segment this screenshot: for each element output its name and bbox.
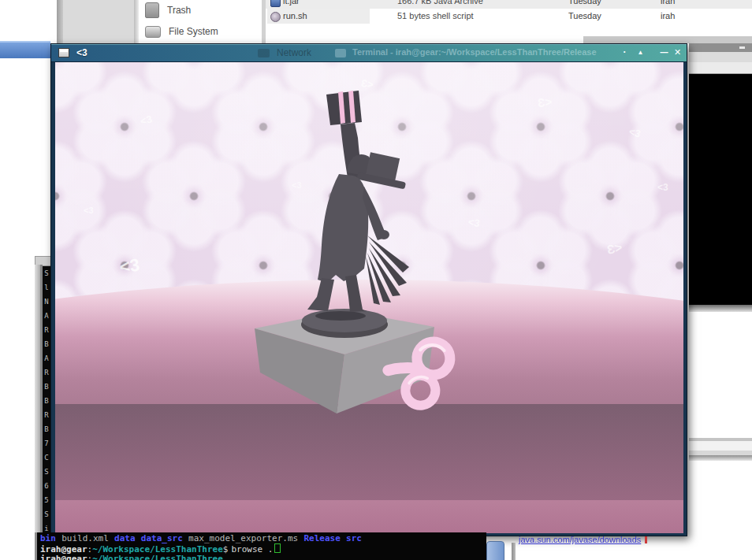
right-window-toolbar2: [689, 62, 752, 74]
sidebar-item-label: Trash: [167, 5, 191, 16]
background-terminal-frame: [35, 265, 40, 544]
file-owner: irah: [661, 0, 675, 6]
terminal-ls-output: binbuild.xmldatadata_srcmax_model_export…: [40, 534, 486, 543]
statue-torso: [318, 174, 368, 283]
drive-icon: [145, 26, 161, 38]
scrollbar-fragment: [512, 543, 516, 560]
network-icon-ghost: [258, 49, 270, 57]
window-menu-button[interactable]: ·: [619, 46, 631, 58]
table-row[interactable]: run.sh 51 bytes shell script Tuesday ira…: [266, 9, 752, 24]
shade-button[interactable]: ▲: [635, 46, 646, 58]
terminal-text-sliver: SlNARBARBBRB7CS65Sir: [43, 266, 50, 542]
table-row[interactable]: lt.jar 166.7 kB Java Archive Tuesday ira…: [266, 0, 752, 9]
shell-script-icon: [270, 12, 281, 22]
trash-icon: [145, 2, 159, 18]
prompt-user: irah@gear: [40, 554, 87, 560]
close-button[interactable]: ✕: [672, 46, 683, 58]
minimize-button[interactable]: —: [658, 46, 670, 58]
prompt-path: ~/Workspace/LessThanThree: [92, 554, 223, 560]
file-manager-panel: [63, 0, 134, 43]
window-title: <3: [76, 47, 87, 58]
java-archive-icon: [270, 0, 281, 7]
background-window-edge: [583, 36, 752, 43]
sidebar-item-trash[interactable]: Trash: [145, 2, 191, 19]
right-window-shadow: [689, 305, 752, 312]
statue-front-leg: [307, 278, 334, 311]
right-window-control: [739, 46, 745, 49]
prompt-symbol: $: [223, 544, 229, 554]
terminal-icon-ghost: [335, 49, 346, 57]
dir-entry: data_src: [141, 533, 183, 543]
window-menu-icon[interactable]: [58, 48, 69, 57]
file-manager-window-edge: [57, 0, 63, 43]
dir-entry: bin: [40, 533, 56, 543]
typed-command: browse .: [231, 544, 273, 554]
background-window-titlebar: [0, 41, 50, 58]
statue-hand: [378, 230, 389, 239]
file-type: 51 bytes shell script: [397, 11, 474, 20]
file-type: 166.7 kB Java Archive: [397, 0, 483, 6]
browser-hyperlink[interactable]: java.sun.com/javase/downloads: [519, 535, 641, 544]
background-terminal-content: SlNARBARBBRB7CS65Sir: [43, 266, 50, 542]
statue-silhouette: [307, 91, 411, 312]
link-cursor-mark: [645, 536, 647, 543]
terminal-title-ghost: Terminal - irah@gear:~/Workspace/LessTha…: [352, 47, 597, 57]
dir-entry: Release: [303, 533, 340, 543]
file-name: lt.jar: [283, 0, 300, 6]
file-entry: build.xml: [61, 533, 109, 543]
file-date: Tuesday: [568, 0, 601, 6]
file-manager-sidebar: Trash File System: [139, 0, 262, 43]
file-name: run.sh: [283, 11, 307, 20]
scene-3d: [55, 62, 683, 533]
file-entry: max_model_exporter.ms: [188, 533, 298, 543]
statue-foot-shadow: [315, 311, 366, 321]
file-date: Tuesday: [568, 11, 601, 20]
game-viewport[interactable]: <3 Ɛ> Ɛ> <3 <3 <3 <3 Ɛ> Ɛ> <3 <3 <3: [55, 61, 683, 533]
right-window-statusbar: [689, 441, 752, 451]
sidebar-item-file-system[interactable]: File System: [145, 23, 218, 40]
file-owner: irah: [661, 11, 675, 20]
right-window-toolbar: [689, 52, 752, 62]
terminal-clipped-line: irah@gear:~/Workspace/LessThanThree: [40, 554, 486, 560]
dir-entry: data: [114, 533, 136, 543]
game-window: <3 Network Terminal - irah@gear:~/Worksp…: [50, 43, 687, 536]
sidebar-item-label: File System: [169, 26, 218, 37]
sidebar-item-network-ghost: Network: [277, 47, 311, 58]
right-window-shadow: [689, 455, 752, 461]
game-window-titlebar[interactable]: <3 Network Terminal - irah@gear:~/Worksp…: [51, 44, 687, 62]
terminal-prompt-line[interactable]: irah@gear:~/Workspace/LessThanThree$brow…: [40, 543, 486, 554]
right-window-content: [689, 74, 752, 305]
taskbar-button-fragment[interactable]: [486, 541, 504, 560]
feather-bouquet: [366, 235, 409, 305]
terminal-cursor: [274, 543, 281, 553]
terminal-window[interactable]: binbuild.xmldatadata_srcmax_model_export…: [35, 532, 486, 560]
statue-back-leg: [345, 275, 367, 312]
dir-entry: src: [346, 533, 362, 543]
